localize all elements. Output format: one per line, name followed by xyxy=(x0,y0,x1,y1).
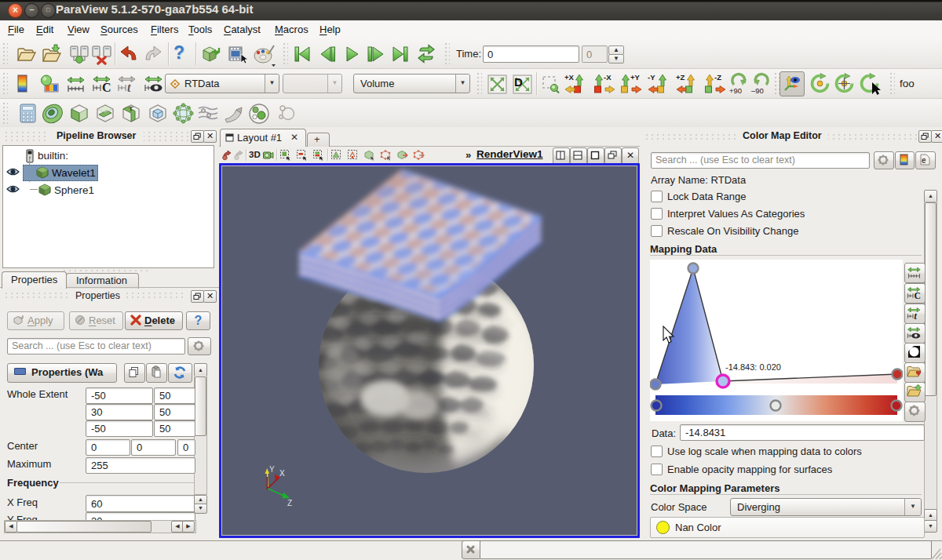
svg-text:t: t xyxy=(915,311,918,321)
svg-text:D: D xyxy=(514,75,523,89)
svg-text:-Y: -Y xyxy=(648,73,655,82)
svg-text:-14.843: 0.020: -14.843: 0.020 xyxy=(725,362,781,372)
svg-text:T: T xyxy=(129,105,133,113)
svg-text:Y: Y xyxy=(269,465,275,474)
svg-text:+X: +X xyxy=(564,73,575,82)
svg-text:+Y: +Y xyxy=(630,73,641,82)
svg-text:-Z: -Z xyxy=(714,73,721,82)
svg-text:+Z: +Z xyxy=(676,73,685,82)
svg-text:C: C xyxy=(915,291,921,300)
svg-text:e: e xyxy=(922,156,926,165)
svg-text:Z: Z xyxy=(287,499,292,507)
svg-text:t: t xyxy=(127,81,131,94)
svg-text:C: C xyxy=(102,81,111,94)
svg-text:-X: -X xyxy=(604,73,612,82)
svg-text:X: X xyxy=(279,469,285,478)
